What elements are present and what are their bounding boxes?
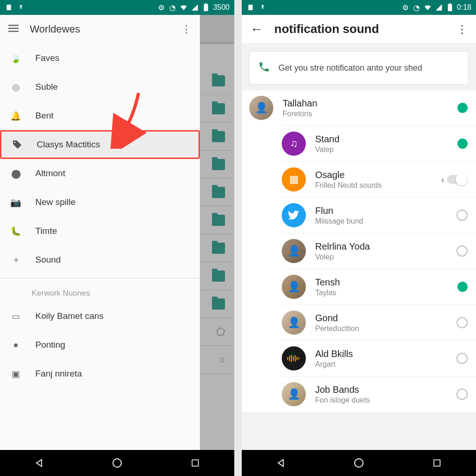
- chip-icon: ▣: [9, 367, 22, 380]
- nav-item-new-spille[interactable]: 📷 New spille: [0, 188, 200, 217]
- recents-button[interactable]: [189, 456, 202, 469]
- status-time: 3500: [213, 3, 230, 12]
- folder-row[interactable]: [200, 262, 234, 290]
- toggle-on-icon[interactable]: [457, 139, 468, 149]
- svg-rect-14: [291, 355, 292, 362]
- sound-item-flun[interactable]: Flun Miissage bund: [282, 197, 476, 233]
- toggle-on-icon[interactable]: [457, 103, 468, 113]
- svg-point-6: [14, 142, 16, 143]
- sound-item-tallahan[interactable]: 👤 Tallahan Foretoris: [242, 90, 476, 126]
- bell-icon: 🔔: [9, 109, 22, 122]
- folder-row[interactable]: [200, 234, 234, 262]
- nav-label: Timte: [35, 226, 57, 236]
- folder-row[interactable]: [200, 151, 234, 178]
- home-button[interactable]: [352, 456, 365, 469]
- folder-row[interactable]: [200, 123, 234, 151]
- battery-icon: [202, 3, 210, 12]
- app-bar: ← notification sound ⋮: [242, 15, 476, 44]
- nav-label: Altmont: [35, 168, 65, 178]
- back-button[interactable]: [33, 456, 46, 469]
- folder-row[interactable]: ○: [200, 346, 234, 374]
- folder-row[interactable]: [200, 178, 234, 206]
- folder-row[interactable]: [200, 290, 234, 318]
- nav-label: Suble: [35, 82, 58, 92]
- back-button[interactable]: [274, 456, 287, 469]
- svg-point-19: [355, 459, 363, 467]
- page-title: notification sound: [274, 22, 379, 36]
- folder-row[interactable]: [200, 95, 234, 123]
- sound-title: Tallahan: [283, 98, 457, 109]
- nav-item-fanj[interactable]: ▣ Fanj nnireta: [0, 359, 200, 388]
- sound-list: 👤 Tallahan Foretoris ♫ Stand Valep ▦ Osa…: [242, 90, 476, 412]
- more-icon[interactable]: ⋮: [181, 23, 192, 35]
- settings-icon: ⚙: [401, 3, 410, 12]
- sound-title: Osagle: [315, 170, 441, 180]
- phone-screen-left: ⚙ ◔ 3500 Worldewes ⋮ 🍃 Faves ◎: [0, 0, 234, 476]
- battery-icon: [446, 3, 454, 12]
- nav-label: Sound: [35, 255, 61, 265]
- radio-off-icon[interactable]: [456, 245, 468, 257]
- navigation-drawer: Worldewes ⋮ 🍃 Faves ◎ Suble 🔔 Bent: [0, 15, 200, 450]
- sound-item-stand[interactable]: ♫ Stand Valep: [282, 126, 476, 161]
- info-card[interactable]: Get you stre notificaton anto your shed: [249, 51, 469, 85]
- radio-off-icon[interactable]: [456, 353, 468, 364]
- avatar: 👤: [282, 311, 306, 335]
- nav-item-timte[interactable]: 🐛 Timte: [0, 217, 200, 245]
- folder-row[interactable]: ⬠: [200, 318, 234, 346]
- camera-icon: 📷: [9, 196, 22, 209]
- switch-toggle[interactable]: [447, 175, 468, 184]
- sound-subtitle: Taylas: [315, 289, 457, 297]
- sound-subtitle: Volep: [315, 253, 456, 261]
- home-button[interactable]: [111, 456, 124, 469]
- folder-row[interactable]: [200, 67, 234, 95]
- sound-subtitle: Valep: [315, 145, 457, 154]
- folder-icon: [212, 103, 225, 114]
- folder-row[interactable]: [200, 206, 234, 234]
- nav-label: Faves: [35, 53, 60, 63]
- svg-rect-20: [434, 460, 440, 466]
- folder-icon: [212, 215, 225, 226]
- nav-item-clasys-mactitics[interactable]: Clasys Mactitics: [0, 130, 200, 159]
- folder-icon: [212, 298, 225, 310]
- nav-item-faves[interactable]: 🍃 Faves: [0, 44, 200, 73]
- avatar: 👤: [282, 275, 306, 299]
- sound-item-osagle[interactable]: ▦ Osagle Frilled Neutd sourds ‹: [282, 161, 476, 197]
- radio-off-icon[interactable]: [456, 389, 468, 400]
- divider: [0, 278, 200, 278]
- back-arrow-icon[interactable]: ←: [250, 22, 263, 37]
- sound-item-relrlina[interactable]: 👤 Relrlina Yoda Volep: [282, 233, 476, 269]
- sound-item-gond[interactable]: 👤 Gond Perteducttion: [282, 304, 476, 340]
- wifi-icon: [423, 3, 432, 12]
- radio-off-icon[interactable]: [456, 317, 468, 328]
- nav-item-koily[interactable]: ▭ Koily Bamet cans: [0, 302, 200, 331]
- sound-item-job-bands[interactable]: 👤 Job Bands Fon isloge duets: [282, 376, 476, 412]
- sound-subtitle: Frilled Neutd sourds: [315, 181, 441, 190]
- folder-icon: [212, 131, 225, 142]
- background-file-list: ⬠ ○: [200, 15, 234, 450]
- status-bar: ⚙ ◔ 0:18: [242, 0, 476, 15]
- nav-item-altmont[interactable]: ⬤ Altmont: [0, 159, 200, 188]
- clock-icon: ◔: [412, 3, 421, 12]
- nav-item-suble[interactable]: ◎ Suble: [0, 73, 200, 101]
- music-icon: ♫: [282, 132, 306, 156]
- recents-button[interactable]: [430, 456, 443, 469]
- sound-subtitle: Perteducttion: [315, 324, 456, 333]
- info-text: Get you stre notificaton anto your shed: [278, 63, 422, 73]
- settings-icon: ⚙: [157, 3, 165, 12]
- sound-subtitle: Argart: [315, 360, 456, 369]
- toggle-on-icon[interactable]: [457, 282, 468, 292]
- leaf-icon: 🍃: [9, 52, 22, 65]
- nav-item-sound[interactable]: ＋ Sound: [0, 245, 200, 274]
- folder-icon: [212, 271, 225, 282]
- tag-icon: [11, 138, 24, 151]
- sound-item-tensh[interactable]: 👤 Tensh Taylas: [282, 269, 476, 304]
- status-bar: ⚙ ◔ 3500: [0, 0, 234, 15]
- nav-item-bent[interactable]: 🔔 Bent: [0, 101, 200, 130]
- more-icon[interactable]: ⋮: [456, 23, 468, 36]
- svg-rect-2: [205, 3, 207, 4]
- svg-rect-9: [248, 5, 252, 10]
- hamburger-icon[interactable]: [8, 24, 19, 34]
- nav-item-ponting[interactable]: ● Ponting: [0, 331, 200, 359]
- radio-off-icon[interactable]: [456, 210, 468, 221]
- sound-item-ald-bkills[interactable]: Ald Bkills Argart: [282, 340, 476, 376]
